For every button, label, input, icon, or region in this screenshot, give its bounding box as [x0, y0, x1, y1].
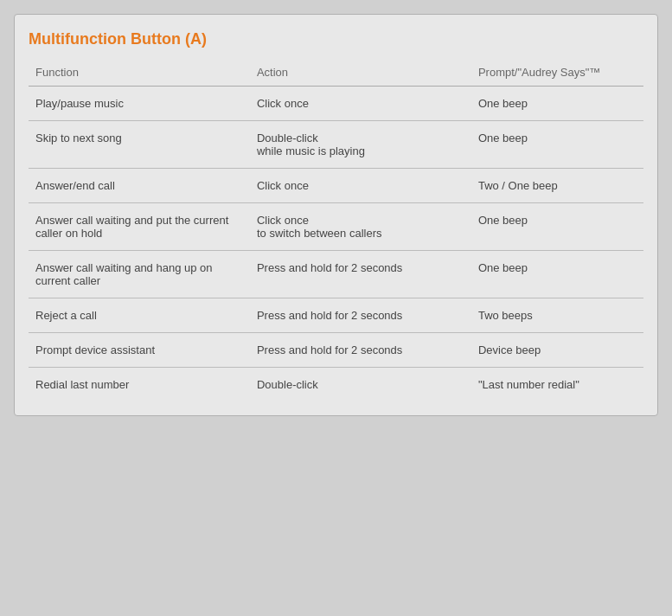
cell-action: Click onceto switch between callers	[250, 203, 471, 251]
cell-prompt: "Last number redial"	[471, 368, 643, 402]
table-row: Skip to next songDouble-clickwhile music…	[29, 121, 643, 169]
cell-function: Prompt device assistant	[29, 333, 250, 368]
cell-action: Press and hold for 2 seconds	[250, 298, 471, 333]
cell-function: Answer/end call	[29, 169, 250, 203]
cell-action: Press and hold for 2 seconds	[250, 333, 471, 368]
table-row: Answer call waiting and hang up on curre…	[29, 251, 643, 298]
table-row: Answer call waiting and put the current …	[29, 203, 643, 251]
multifunction-table-container: Multifunction Button (A) Function Action…	[14, 14, 658, 416]
multifunction-table: Function Action Prompt/"Audrey Says"™ Pl…	[29, 61, 643, 401]
cell-function: Play/pause music	[29, 87, 250, 121]
cell-prompt: One beep	[471, 87, 643, 121]
column-header-action: Action	[250, 61, 471, 87]
table-row: Redial last numberDouble-click"Last numb…	[29, 368, 643, 402]
cell-action: Double-clickwhile music is playing	[250, 121, 471, 169]
cell-function: Redial last number	[29, 368, 250, 402]
cell-function: Answer call waiting and hang up on curre…	[29, 251, 250, 298]
table-row: Prompt device assistantPress and hold fo…	[29, 333, 643, 368]
table-row: Reject a callPress and hold for 2 second…	[29, 298, 643, 333]
cell-function: Reject a call	[29, 298, 250, 333]
cell-prompt: Two beeps	[471, 298, 643, 333]
column-header-prompt: Prompt/"Audrey Says"™	[471, 61, 643, 87]
table-row: Play/pause musicClick onceOne beep	[29, 87, 643, 121]
cell-prompt: One beep	[471, 251, 643, 298]
table-title: Multifunction Button (A)	[29, 30, 643, 48]
column-header-function: Function	[29, 61, 250, 87]
cell-action: Press and hold for 2 seconds	[250, 251, 471, 298]
cell-prompt: One beep	[471, 203, 643, 251]
cell-action: Click once	[250, 87, 471, 121]
cell-function: Answer call waiting and put the current …	[29, 203, 250, 251]
cell-action: Click once	[250, 169, 471, 203]
cell-prompt: One beep	[471, 121, 643, 169]
cell-action: Double-click	[250, 368, 471, 402]
table-row: Answer/end callClick onceTwo / One beep	[29, 169, 643, 203]
table-header-row: Function Action Prompt/"Audrey Says"™	[29, 61, 643, 87]
cell-prompt: Two / One beep	[471, 169, 643, 203]
cell-prompt: Device beep	[471, 333, 643, 368]
cell-function: Skip to next song	[29, 121, 250, 169]
